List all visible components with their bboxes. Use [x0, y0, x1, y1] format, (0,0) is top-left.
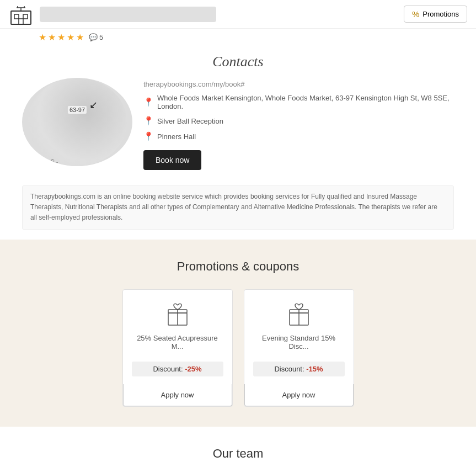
promotions-label: Promotions — [422, 10, 459, 18]
description-box: Therapybookings.com is an online booking… — [22, 185, 454, 230]
star-4: ★ — [67, 32, 74, 43]
gift-icon-2 — [285, 301, 313, 328]
promo-card-1: 25% Seated Acupressure M... Discount: -2… — [122, 289, 233, 407]
team-section: Our team Therapy Bookings at Whole Foods… — [0, 427, 476, 462]
promotions-button[interactable]: % Promotions — [404, 6, 467, 23]
address-1: 📍 Whole Foods Market Kensington, Whole F… — [143, 94, 454, 110]
star-2: ★ — [48, 32, 56, 43]
discount-row-1: Discount: -25% — [132, 362, 223, 376]
discount-value-2: -15% — [306, 365, 323, 373]
address-1-text: Whole Foods Market Kensington, Whole Foo… — [157, 94, 454, 110]
discount-value-1: -25% — [185, 365, 201, 373]
header: % Promotions — [0, 0, 476, 29]
promo-name-2: Evening Standard 15% Disc... — [253, 334, 345, 354]
gift-icon-1 — [164, 301, 191, 328]
logo — [9, 2, 33, 26]
location-icon-1: 📍 — [143, 97, 154, 107]
contacts-info: therapybookings.com/my/book# 📍 Whole Foo… — [143, 78, 454, 170]
address-3-text: Pinners Hall — [157, 132, 196, 141]
promo-cards: 25% Seated Acupressure M... Discount: -2… — [22, 289, 454, 407]
promotions-title: Promotions & coupons — [22, 259, 454, 274]
discount-row-2: Discount: -15% — [253, 362, 345, 376]
website-link[interactable]: therapybookings.com/my/book# — [143, 80, 454, 88]
star-1: ★ — [39, 32, 46, 43]
contacts-section: Contacts ↙ 63-97 © Mapbox ©... therapybo… — [0, 48, 476, 181]
map: ↙ 63-97 © Mapbox ©... — [22, 78, 132, 166]
star-3: ★ — [57, 32, 65, 43]
map-pin-icon: ↙ — [89, 99, 98, 111]
svg-rect-1 — [14, 14, 19, 19]
map-label: 63-97 — [68, 106, 87, 114]
contacts-title: Contacts — [22, 54, 454, 70]
promo-name-1: 25% Seated Acupressure M... — [132, 334, 223, 354]
header-right: % Promotions — [404, 6, 467, 23]
description-text: Therapybookings.com is an online booking… — [30, 192, 446, 224]
apply-button-1[interactable]: Apply now — [123, 384, 232, 406]
svg-rect-3 — [19, 19, 23, 24]
stars-row: ★ ★ ★ ★ ★ 💬 5 — [0, 29, 476, 48]
location-icon-3: 📍 — [143, 131, 154, 141]
promotions-icon: % — [412, 9, 419, 19]
promo-card-2: Evening Standard 15% Disc... Discount: -… — [244, 289, 354, 407]
contacts-body: ↙ 63-97 © Mapbox ©... therapybookings.co… — [22, 78, 454, 170]
review-count: 💬 5 — [89, 33, 103, 41]
team-title: Our team — [11, 447, 465, 461]
star-5: ★ — [76, 32, 84, 43]
discount-label-2: Discount: — [274, 365, 304, 373]
address-2-text: Silver Ball Reception — [157, 117, 223, 125]
map-image: ↙ 63-97 — [28, 78, 127, 166]
book-button[interactable]: Book now — [143, 150, 201, 170]
search-bar[interactable] — [40, 7, 216, 22]
address-3: 📍 Pinners Hall — [143, 131, 454, 141]
promotions-section: Promotions & coupons 25% Seated Acupress… — [0, 240, 476, 427]
discount-label-1: Discount: — [153, 365, 183, 373]
apply-button-2[interactable]: Apply now — [244, 384, 354, 406]
chat-icon: 💬 — [89, 33, 98, 41]
location-icon-2: 📍 — [143, 116, 154, 126]
review-number: 5 — [99, 33, 103, 41]
address-2: 📍 Silver Ball Reception — [143, 116, 454, 126]
map-copyright: © Mapbox ©... — [26, 158, 58, 164]
svg-rect-2 — [23, 14, 28, 19]
